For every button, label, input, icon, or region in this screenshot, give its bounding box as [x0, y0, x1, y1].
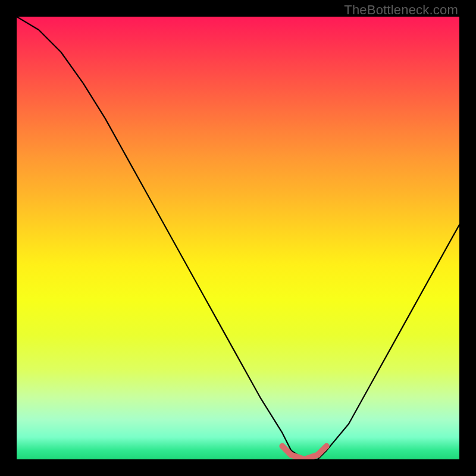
chart-frame: TheBottleneck.com: [0, 0, 476, 476]
chart-svg: [17, 17, 459, 459]
watermark-text: TheBottleneck.com: [344, 2, 458, 18]
bottleneck-curve-line: [17, 17, 459, 459]
plot-area: [17, 17, 459, 459]
